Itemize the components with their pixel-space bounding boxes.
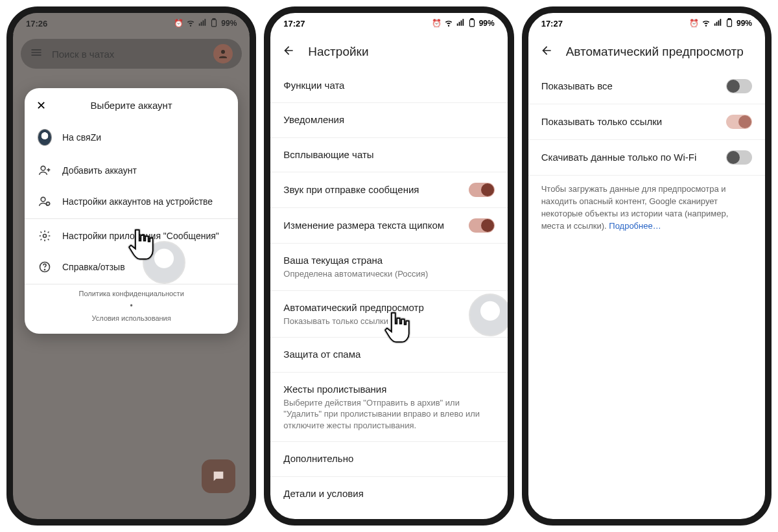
svg-rect-1: [213, 18, 216, 19]
gear-icon: [38, 229, 52, 242]
svg-point-4: [41, 197, 45, 202]
phone-1: 17:26 ⏰ 99% Поиск в чатах ✕ Выберите акк: [6, 6, 256, 526]
appbar: Настройки: [270, 34, 507, 69]
help-row[interactable]: Справка/отзыв: [25, 251, 238, 283]
alarm-icon: ⏰: [174, 19, 183, 28]
row-sublabel: Определена автоматически (Россия): [283, 268, 494, 280]
footer-dot: •: [25, 301, 238, 310]
account-avatar-icon: [38, 129, 52, 146]
alarm-icon: ⏰: [689, 19, 699, 28]
status-icons: ⏰ 99%: [432, 18, 495, 29]
row-wifi-only[interactable]: Скачивать данные только по Wi-Fi: [528, 140, 765, 176]
row-country[interactable]: Ваша текущая страна Определена автоматич…: [270, 244, 507, 291]
row-label: Показывать только ссылки: [541, 115, 718, 128]
row-label: Защита от спама: [283, 348, 494, 361]
alarm-icon: ⏰: [432, 19, 442, 28]
row-label: Автоматический предпросмотр: [283, 301, 494, 314]
row-label: Дополнительно: [283, 452, 494, 465]
status-icons: ⏰ 99%: [689, 18, 752, 29]
toggle-wifi-only[interactable]: [726, 150, 752, 165]
battery-text: 99%: [479, 19, 495, 28]
signal-icon: [198, 18, 207, 29]
svg-point-3: [41, 166, 45, 170]
background-ghost-avatar: [469, 294, 512, 336]
svg-rect-12: [728, 18, 731, 19]
row-auto-preview[interactable]: Автоматический предпросмотр Показывать т…: [270, 291, 507, 338]
row-label: Уведомления: [283, 113, 494, 126]
phone-3: 17:27 ⏰ 99% Автоматический предпросмотр …: [522, 6, 772, 526]
row-swipe[interactable]: Жесты пролистывания Выберите действия "О…: [270, 373, 507, 443]
row-sublabel: Выберите действия "Отправить в архив" ил…: [283, 397, 494, 432]
account-row[interactable]: На свяZи: [25, 120, 238, 155]
row-advanced[interactable]: Дополнительно: [270, 442, 507, 476]
divider: [25, 284, 238, 284]
background-ghost-avatar: [143, 241, 185, 284]
svg-rect-11: [727, 19, 731, 26]
add-account-label: Добавить аккаунт: [62, 165, 137, 176]
battery-icon: [467, 18, 477, 29]
svg-rect-9: [469, 19, 474, 26]
device-accounts-icon: [38, 195, 52, 208]
divider: [25, 218, 238, 219]
row-send-sound[interactable]: Звук при отправке сообщения: [270, 172, 507, 208]
signal-icon: [456, 18, 465, 29]
page-title: Автоматический предпросмотр: [566, 45, 744, 59]
battery-icon: [209, 18, 218, 29]
privacy-link[interactable]: Политика конфиденциальности: [25, 286, 238, 301]
status-time: 17:26: [26, 19, 47, 29]
learn-more-link[interactable]: Подробнее…: [609, 221, 661, 231]
back-icon[interactable]: [282, 44, 295, 60]
svg-point-2: [221, 50, 225, 54]
new-chat-fab[interactable]: [202, 459, 235, 493]
toggle-show-all[interactable]: [726, 79, 752, 93]
back-icon[interactable]: [540, 44, 553, 60]
settings-list: Функции чата Уведомления Всплывающие чат…: [270, 69, 507, 511]
account-chooser-sheet: ✕ Выберите аккаунт На свяZи Добавить акк…: [25, 88, 238, 334]
sheet-header: ✕ Выберите аккаунт: [25, 88, 238, 120]
row-sublabel: Показывать только ссылки: [283, 316, 494, 327]
row-label: Ваша текущая страна: [283, 254, 494, 267]
search-placeholder: Поиск в чатах: [52, 49, 204, 60]
row-spam[interactable]: Защита от спама: [270, 338, 507, 372]
wifi-icon: [701, 18, 711, 29]
row-only-links[interactable]: Показывать только ссылки: [528, 104, 765, 140]
preview-list: Показывать все Показывать только ссылки …: [528, 69, 765, 176]
app-settings-row[interactable]: Настройки приложения "Сообщения": [25, 220, 238, 251]
add-account-row[interactable]: Добавить аккаунт: [25, 155, 238, 186]
toggle-only-links[interactable]: [726, 115, 752, 129]
row-label: Жесты пролистывания: [283, 383, 494, 396]
statusbar: 17:27 ⏰ 99%: [528, 13, 765, 34]
toggle-send-sound[interactable]: [469, 183, 495, 197]
row-about[interactable]: Детали и условия: [270, 477, 507, 511]
info-text: Чтобы загружать данные для предпросмотра…: [528, 176, 765, 232]
row-chat-features[interactable]: Функции чата: [270, 69, 507, 103]
svg-point-8: [45, 270, 45, 270]
row-label: Скачивать данные только по Wi-Fi: [541, 151, 718, 164]
row-pinch-text[interactable]: Изменение размера текста щипком: [270, 208, 507, 244]
device-accounts-row[interactable]: Настройки аккаунтов на устройстве: [25, 186, 238, 217]
row-bubbles[interactable]: Всплывающие чаты: [270, 138, 507, 172]
row-label: Показывать все: [541, 80, 718, 93]
add-account-icon: [38, 164, 52, 177]
appbar: Автоматический предпросмотр: [528, 34, 765, 69]
help-icon: [38, 260, 52, 273]
terms-link[interactable]: Условия использования: [25, 310, 238, 326]
search-bar[interactable]: Поиск в чатах: [21, 39, 242, 69]
row-label: Звук при отправке сообщения: [283, 183, 460, 196]
row-notifications[interactable]: Уведомления: [270, 103, 507, 137]
help-label: Справка/отзыв: [62, 262, 125, 272]
battery-text: 99%: [221, 19, 237, 28]
menu-icon[interactable]: [30, 46, 43, 62]
statusbar: 17:26 ⏰ 99%: [13, 13, 250, 34]
statusbar: 17:27 ⏰ 99%: [270, 13, 507, 34]
profile-avatar-button[interactable]: [213, 44, 233, 64]
toggle-pinch-text[interactable]: [469, 218, 495, 233]
svg-rect-10: [471, 18, 473, 19]
battery-text: 99%: [737, 19, 752, 28]
row-show-all[interactable]: Показывать все: [528, 69, 765, 104]
signal-icon: [713, 18, 722, 29]
row-label: Изменение размера текста щипком: [283, 219, 460, 232]
close-icon[interactable]: ✕: [36, 98, 46, 113]
status-time: 17:27: [283, 19, 305, 29]
battery-icon: [725, 18, 734, 29]
